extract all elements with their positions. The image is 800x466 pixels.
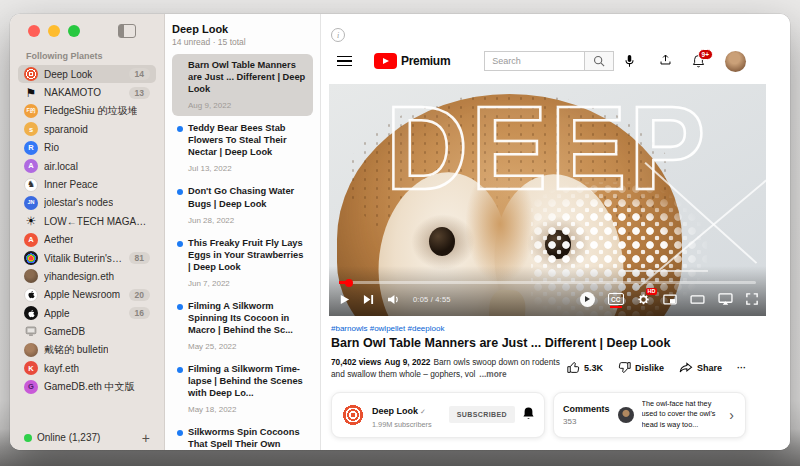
article-title: This Freaky Fruit Fly Lays Eggs in Your … (188, 237, 308, 273)
search-input[interactable] (484, 51, 584, 71)
video-hashtags[interactable]: #barnowls #owlpellet #deeplook (331, 324, 790, 333)
time-display: 0:05 / 4:55 (413, 295, 451, 304)
captions-button[interactable]: CC (608, 293, 624, 305)
player-controls: 0:05 / 4:55 CC HD (339, 287, 758, 311)
progress-bar[interactable] (339, 281, 756, 284)
add-planet-button[interactable]: + (142, 433, 150, 443)
fullscreen-button[interactable] (746, 293, 758, 305)
account-avatar[interactable] (725, 51, 746, 72)
feed-photo-avatar (24, 269, 38, 283)
sidebar-item-jolestar-s-nodes[interactable]: JNjolestar's nodes (18, 194, 156, 212)
sidebar-item-gamedb[interactable]: GameDB (18, 322, 156, 340)
feed-letter-icon: G (24, 380, 38, 394)
sidebar-item-fledgeshiu[interactable]: F的FledgeShiu 的垃圾堆 (18, 102, 156, 120)
sidebar-item-label: Rio (44, 142, 59, 153)
unread-count-badge: 14 (129, 68, 150, 80)
toggle-sidebar-icon[interactable] (118, 24, 136, 38)
sidebar-item-yihandesign-eth[interactable]: yihandesign.eth (18, 267, 156, 285)
video-title: Barn Owl Table Manners are Just ... Diff… (331, 336, 790, 350)
sidebar-item-label: air.local (44, 161, 78, 172)
article-item[interactable]: Don't Go Chasing Water Bugs | Deep LookJ… (172, 180, 313, 230)
comment-preview-text: The owl-face hat they used to cover the … (642, 399, 720, 431)
article-title: Barn Owl Table Manners are Just ... Diff… (188, 59, 308, 95)
autoplay-toggle[interactable] (580, 292, 595, 307)
article-item[interactable]: This Freaky Fruit Fly Lays Eggs in Your … (172, 232, 313, 294)
sidebar-item-apple-newsroom[interactable]: Apple Newsroom20 (18, 286, 156, 304)
article-item[interactable]: Barn Owl Table Manners are Just ... Diff… (172, 54, 313, 116)
sidebar-item-aether[interactable]: AAether (18, 231, 156, 249)
sidebar-item-gamedb-eth[interactable]: GGameDB.eth 中文版 (18, 378, 156, 396)
unread-dot (177, 304, 183, 310)
sidebar-item-kayf-eth[interactable]: Kkayf.eth (18, 359, 156, 377)
voice-search-icon[interactable] (624, 54, 635, 68)
theater-mode-button[interactable] (690, 294, 705, 305)
sidebar-item-label: Apple Newsroom (44, 289, 120, 300)
channel-name[interactable]: Deep Look✓ (372, 406, 426, 416)
more-actions-button[interactable]: ··· (737, 363, 746, 373)
channel-bell-icon[interactable] (522, 406, 535, 424)
unread-count-badge: 81 (129, 252, 150, 264)
volume-icon[interactable] (387, 294, 400, 305)
article-date: Aug 9, 2022 (188, 101, 308, 110)
youtube-play-icon (374, 53, 397, 69)
video-player[interactable]: DEEP 0:05 / 4:55 CC HD (329, 84, 766, 316)
sidebar-item-rio[interactable]: RRio (18, 139, 156, 157)
notifications-bell-icon[interactable]: 9+ (692, 54, 705, 68)
sidebar-item-nakamoto[interactable]: ⚑NAKAMOTO13 (18, 83, 156, 101)
deep-look-logo-icon (24, 67, 38, 81)
verified-icon: ✓ (420, 408, 426, 415)
youtube-header: Premium 9+ (337, 48, 746, 74)
expand-comments-chevron[interactable]: › (727, 407, 736, 423)
channel-avatar[interactable] (341, 403, 365, 427)
settings-gear-icon[interactable]: HD (637, 293, 650, 306)
menu-icon[interactable] (337, 56, 352, 67)
comments-label: Comments (563, 404, 610, 414)
sidebar-item-label: Inner Peace (44, 179, 98, 190)
feed-title: Deep Look (172, 23, 313, 35)
play-button[interactable] (339, 294, 350, 305)
cast-button[interactable] (718, 293, 733, 305)
sidebar-item-label: LOW←TECH MAGAZINE (44, 216, 150, 227)
close-window-button[interactable] (28, 25, 40, 37)
article-item[interactable]: Silkworms Spin Cocoons That Spell Their … (172, 421, 313, 450)
comments-count: 353 (563, 417, 610, 426)
article-item[interactable]: Filming a Silkworm Time-lapse | Behind t… (172, 358, 313, 420)
sidebar-item-apple[interactable]: Apple16 (18, 304, 156, 322)
miniplayer-button[interactable] (663, 294, 677, 305)
article-title: Filming A Silkworm Spinning Its Cocoon i… (188, 300, 308, 336)
feed-letter-icon: A (24, 159, 38, 173)
youtube-premium-logo[interactable]: Premium (374, 53, 450, 69)
share-button[interactable]: Share (679, 362, 722, 374)
sidebar: Following Planets Deep Look14⚑NAKAMOTO13… (10, 14, 165, 450)
sidebar-item-inner-peace[interactable]: ♞Inner Peace (18, 175, 156, 193)
feed-letter-icon: A (24, 233, 38, 247)
article-list: Barn Owl Table Manners are Just ... Diff… (172, 54, 313, 450)
unread-dot (177, 367, 183, 373)
sidebar-item-air-local[interactable]: Aair.local (18, 157, 156, 175)
show-more-link[interactable]: ...more (479, 369, 506, 379)
sidebar-item-label: GameDB (44, 326, 85, 337)
header-actions: 9+ (659, 51, 746, 72)
article-item[interactable]: Filming A Silkworm Spinning Its Cocoon i… (172, 295, 313, 357)
sidebar-item-deep-look[interactable]: Deep Look14 (18, 65, 156, 83)
sidebar-item-sparanoid[interactable]: ssparanoid (18, 120, 156, 138)
like-button[interactable]: 5.3K (567, 361, 603, 374)
feed-photo-avatar (24, 343, 38, 357)
article-title: Filming a Silkworm Time-lapse | Behind t… (188, 363, 308, 399)
dislike-button[interactable]: Dislike (618, 361, 664, 374)
sidebar-item-bulletin[interactable]: 戴铭的 bulletin (18, 341, 156, 359)
search-button[interactable] (584, 51, 614, 71)
apple-logo-icon (24, 288, 38, 302)
upload-icon[interactable] (659, 52, 672, 70)
article-date: Jul 13, 2022 (188, 164, 308, 173)
comments-preview-card[interactable]: Comments 353 The owl-face hat they used … (553, 392, 746, 438)
subscribed-button[interactable]: SUBSCRIBED (449, 406, 515, 423)
article-info-icon[interactable]: i (331, 28, 345, 42)
article-item[interactable]: Teddy Bear Bees Stab Flowers To Steal Th… (172, 117, 313, 179)
next-button[interactable] (363, 294, 374, 305)
zoom-window-button[interactable] (68, 25, 80, 37)
minimize-window-button[interactable] (48, 25, 60, 37)
sidebar-section-label: Following Planets (26, 51, 156, 61)
sidebar-item-low-tech-magazine[interactable]: ☀LOW←TECH MAGAZINE (18, 212, 156, 230)
sidebar-item-vitalik-buterin-s-we[interactable]: Vitalik Buterin's we...81 (18, 249, 156, 267)
